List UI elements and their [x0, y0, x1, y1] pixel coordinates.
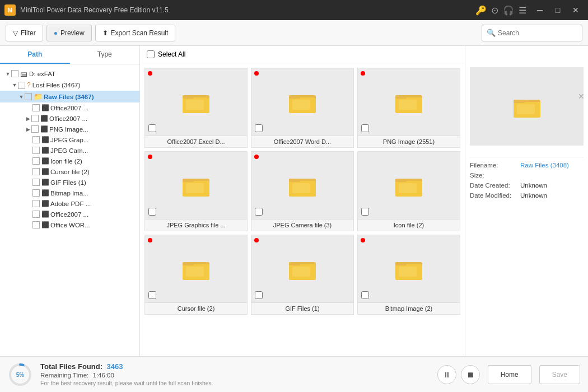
card-label: Office2007 Word D...	[251, 136, 353, 147]
select-all-checkbox[interactable]	[147, 50, 155, 58]
tree-label: JPEG Grap...	[50, 137, 88, 143]
file-card[interactable]: JPEG Camera file (3)	[251, 151, 354, 231]
folder-icon	[394, 171, 423, 200]
tree-item-jpeg2[interactable]: ⬛ JPEG Cam...	[0, 145, 139, 156]
tab-path[interactable]: Path	[0, 46, 70, 64]
card-checkbox[interactable]	[361, 208, 369, 216]
select-all-bar: Select All	[140, 46, 465, 63]
red-dot	[254, 155, 259, 159]
tree-checkbox[interactable]	[11, 70, 18, 77]
tree-checkbox[interactable]	[32, 168, 40, 175]
tree-checkbox[interactable]	[18, 82, 25, 89]
headphone-icon[interactable]: 🎧	[503, 5, 514, 16]
card-checkbox[interactable]	[148, 291, 156, 299]
tree-item-office2[interactable]: ▶ ⬛ Office2007 ...	[0, 113, 139, 124]
file-card[interactable]: PNG Image (2551)	[357, 68, 460, 148]
svg-rect-3	[186, 100, 204, 110]
tree-item-lost[interactable]: ▼ ? Lost Files (3467)	[0, 80, 139, 91]
tree-item-drive[interactable]: ▼ 🖴 D: exFAT	[0, 68, 139, 80]
file-red-icon: ⬛	[41, 136, 49, 143]
svg-rect-26	[183, 262, 194, 265]
tree-checkbox[interactable]	[31, 125, 39, 133]
file-card[interactable]: Bitmap Image (2)	[357, 235, 460, 315]
tree-checkbox[interactable]	[32, 221, 40, 228]
home-button[interactable]: Home	[488, 365, 531, 384]
card-preview	[145, 152, 247, 219]
filter-button[interactable]: ▽ Filter	[6, 25, 43, 41]
card-checkbox[interactable]	[148, 208, 156, 216]
folder-icon	[288, 87, 317, 116]
file-card[interactable]: Office2007 Word D...	[251, 68, 354, 148]
red-dot	[254, 238, 259, 242]
app-title: MiniTool Power Data Recovery Free Editio…	[20, 6, 475, 14]
tree-item-gif[interactable]: ⬛ GIF Files (1)	[0, 177, 139, 188]
stop-button[interactable]: ⏹	[461, 365, 480, 384]
file-card[interactable]: GIF Files (1)	[251, 235, 354, 315]
tree-item-adobe[interactable]: ⬛ Adobe PDF ...	[0, 198, 139, 209]
tree-checkbox[interactable]	[32, 211, 40, 218]
file-card[interactable]: Office2007 Excel D...	[144, 68, 248, 148]
tree-checkbox[interactable]	[32, 189, 40, 197]
preview-icon: ●	[54, 29, 58, 37]
tree-checkbox[interactable]	[32, 147, 40, 154]
pause-button[interactable]: ⏸	[437, 365, 456, 384]
key-icon[interactable]: 🔑	[475, 5, 487, 16]
tree-checkbox[interactable]	[32, 136, 40, 143]
tree-checkbox[interactable]	[32, 179, 40, 186]
search-input[interactable]	[498, 29, 577, 37]
tree-checkbox[interactable]	[32, 157, 40, 165]
export-button[interactable]: ⬆ Export Scan Result	[95, 25, 176, 41]
expand-arrow: ▼	[4, 71, 11, 77]
svg-rect-2	[183, 95, 194, 99]
expand-arrow: ▶	[25, 116, 31, 122]
file-card[interactable]: Cursor file (2)	[144, 235, 248, 315]
file-red-icon: ⬛	[41, 147, 49, 154]
tree-item-cursor[interactable]: ⬛ Cursor file (2)	[0, 166, 139, 177]
svg-rect-18	[289, 179, 300, 182]
circle-icon[interactable]: ⊙	[491, 5, 498, 16]
card-checkbox[interactable]	[255, 208, 263, 216]
preview-area	[470, 67, 584, 146]
tree-item-bitmap[interactable]: ⬛ Bitmap Ima...	[0, 188, 139, 198]
svg-rect-6	[289, 95, 300, 99]
card-checkbox[interactable]	[361, 291, 369, 299]
tree-item-png[interactable]: ▶ ⬛ PNG Image...	[0, 124, 139, 134]
svg-rect-34	[395, 262, 407, 265]
maximize-button[interactable]: □	[550, 2, 566, 18]
card-checkbox[interactable]	[255, 124, 263, 132]
card-checkbox[interactable]	[148, 124, 156, 132]
tree-item-office3[interactable]: ⬛ Office2007 ...	[0, 209, 139, 220]
card-checkbox[interactable]	[361, 124, 369, 132]
file-card[interactable]: Icon file (2)	[357, 151, 460, 231]
file-card[interactable]: JPEG Graphics file ...	[144, 151, 248, 231]
preview-button[interactable]: ● Preview	[46, 25, 92, 41]
tree-item-officeW[interactable]: ⬛ Office WOR...	[0, 220, 139, 230]
app-icon: M	[4, 4, 16, 16]
tree-checkbox[interactable]	[31, 115, 39, 122]
tree-item-office1[interactable]: ⬛ Office2007 ...	[0, 102, 139, 113]
tree-item-icon[interactable]: ⬛ Icon file (2)	[0, 156, 139, 166]
folder-icon	[181, 254, 211, 283]
minimize-button[interactable]: ─	[532, 2, 548, 18]
tab-type[interactable]: Type	[70, 46, 140, 64]
tree-item-jpeg1[interactable]: ⬛ JPEG Grap...	[0, 134, 139, 145]
tree-item-raw[interactable]: ▼ 📁 Raw Files (3467)	[0, 91, 139, 102]
folder-icon	[288, 171, 317, 200]
date-modified-label: Date Modified:	[470, 192, 520, 199]
tree-checkbox[interactable]	[32, 200, 40, 207]
statusbar: 5% Total Files Found: 3463 Remaining Tim…	[0, 356, 588, 392]
window-controls: ─ □ ✕	[532, 2, 584, 18]
file-grid: Office2007 Excel D... Office2007 Word D.…	[140, 63, 465, 356]
main-content: Path Type ▼ 🖴 D: exFAT ▼ ? Lost Files (3…	[0, 46, 588, 356]
save-button[interactable]: Save	[539, 365, 580, 384]
search-box: 🔍	[482, 25, 582, 41]
tree-checkbox[interactable]	[25, 93, 32, 100]
close-panel-button[interactable]: ✕	[578, 92, 585, 101]
tree-label: GIF Files (1)	[50, 179, 86, 186]
preview-folder-icon	[512, 92, 542, 121]
svg-rect-27	[186, 267, 204, 277]
close-button[interactable]: ✕	[568, 2, 584, 18]
menu-icon[interactable]: ☰	[519, 5, 526, 16]
tree-checkbox[interactable]	[32, 104, 40, 111]
card-checkbox[interactable]	[255, 291, 263, 299]
